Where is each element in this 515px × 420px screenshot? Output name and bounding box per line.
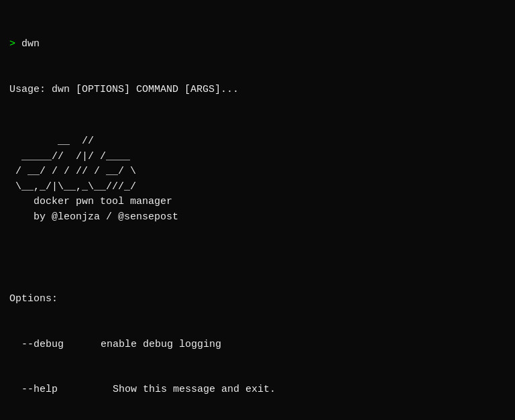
option-help-desc: Show this message and exit. (89, 384, 276, 395)
usage-line: Usage: dwn [OPTIONS] COMMAND [ARGS]... (9, 83, 506, 98)
option-debug-flag: --debug (21, 337, 89, 353)
prompt-symbol: > (9, 38, 15, 50)
option-debug-desc: enable debug logging (89, 339, 221, 350)
command-name: dwn (21, 38, 40, 50)
ascii-line-2: _____// /|/ /____ (9, 151, 130, 162)
option-debug: --debug enable debug logging (9, 337, 506, 353)
ascii-line-5: docker pwn tool manager (9, 196, 172, 207)
ascii-line-3: / __/ / / // / __/ \ (9, 166, 136, 177)
options-section: Options: --debug enable debug logging --… (9, 262, 506, 420)
option-help: --help Show this message and exit. (9, 382, 506, 398)
options-header: Options: (9, 292, 506, 307)
terminal-window: > dwn Usage: dwn [OPTIONS] COMMAND [ARGS… (9, 7, 506, 420)
ascii-line-4: \__,_/|\__,_\__///_/ (9, 181, 136, 193)
ascii-line-1: __ // (9, 136, 94, 147)
ascii-line-6: by @leonjza / @sensepost (9, 211, 178, 223)
ascii-art-block: __ // _____// /|/ /____ / __/ / / // / _… (9, 134, 506, 225)
option-help-flag: --help (21, 382, 89, 398)
prompt-line: > dwn (9, 37, 506, 52)
